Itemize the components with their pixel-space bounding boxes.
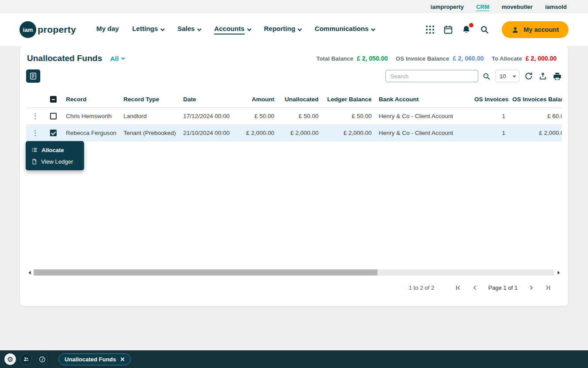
nav-item-reporting[interactable]: Reporting	[264, 25, 302, 34]
print-icon[interactable]	[552, 71, 562, 81]
first-page-icon[interactable]	[455, 284, 462, 291]
to-allocate: To Allocate £ 2, 000.00	[492, 55, 557, 62]
topbar-link-movebutler[interactable]: movebutler	[502, 4, 533, 10]
column-header-ledger-balance[interactable]: Ledger Balance	[322, 96, 375, 103]
nav-item-sales[interactable]: Sales	[177, 25, 201, 34]
contacts-icon[interactable]	[20, 353, 32, 365]
view-ledger-icon	[31, 159, 37, 165]
header-actions: My account	[425, 21, 569, 38]
dashboard-icon[interactable]	[36, 353, 48, 365]
cell-date: 17/12/2024 00:00	[180, 113, 242, 119]
topbar-link-iamsold[interactable]: iamsold	[545, 4, 567, 10]
apps-grid-icon[interactable]	[425, 24, 435, 35]
cell-unallocated: £ 50.00	[278, 113, 322, 119]
row-checkbox-cell	[44, 113, 62, 119]
unallocated-funds-card: Unallocated Funds All Total Balance £ 2,…	[20, 46, 568, 306]
notification-badge	[468, 22, 474, 28]
iamproperty-logo[interactable]: iam property	[19, 21, 76, 38]
search-icon[interactable]	[481, 71, 491, 81]
cell-os-invoices-balance: £ 2,000.00	[509, 130, 562, 136]
refresh-icon[interactable]	[524, 71, 534, 81]
cell-os-invoices: 1	[471, 113, 509, 119]
tab-label: Unallocated Funds	[65, 356, 116, 363]
column-header-unallocated[interactable]: Unallocated	[278, 96, 322, 103]
export-icon[interactable]	[538, 71, 548, 81]
scrollbar-thumb[interactable]	[34, 269, 377, 276]
page-size-select[interactable]: 10	[496, 70, 519, 82]
top-utility-bar: iamproperty CRM movebutler iamsold	[0, 0, 588, 13]
row-menu-icon[interactable]	[32, 128, 38, 138]
calendar-icon[interactable]	[443, 24, 453, 35]
nav-label: My day	[96, 25, 119, 34]
balance-summary: Total Balance £ 2, 050.00 OS Invoice Bal…	[316, 55, 561, 62]
nav-label: Sales	[177, 25, 195, 34]
notifications-icon[interactable]	[461, 24, 472, 35]
next-page-icon[interactable]	[527, 284, 534, 291]
column-header-record-type[interactable]: Record Type	[120, 96, 180, 103]
to-allocate-label: To Allocate	[492, 55, 522, 62]
select-all-checkbox[interactable]	[50, 96, 57, 103]
column-header-bank-account[interactable]: Bank Account	[375, 96, 471, 103]
close-icon[interactable]: ✕	[120, 356, 125, 362]
nav-label: Communications	[315, 25, 369, 34]
context-menu-item-allocate[interactable]: Allocate	[26, 144, 84, 156]
nav-item-lettings[interactable]: Lettings	[132, 25, 164, 34]
row-checkbox[interactable]	[50, 113, 57, 119]
cell-date: 21/10/2024 00:00	[180, 130, 242, 136]
content-area: Unallocated Funds All Total Balance £ 2,…	[0, 46, 588, 306]
table-icon	[29, 72, 37, 80]
scroll-right-icon[interactable]	[555, 269, 562, 276]
nav-label: Accounts	[214, 25, 244, 34]
cell-bank-account: Henry & Co - Client Account	[375, 113, 471, 119]
grid-toolbar: 10	[26, 69, 562, 83]
topbar-link-crm[interactable]: CRM	[476, 4, 489, 10]
account-icon	[511, 26, 519, 34]
scrollbar-track[interactable]	[34, 269, 554, 276]
horizontal-scrollbar	[26, 269, 562, 276]
filter-dropdown[interactable]: All	[110, 55, 124, 62]
column-header-os-invoices-balance[interactable]: OS Invoices Balance	[509, 96, 562, 103]
os-invoice-balance-label: OS Invoice Balance	[396, 55, 450, 62]
nav-label: Reporting	[264, 25, 296, 34]
topbar-link-iamproperty[interactable]: iamproperty	[430, 4, 464, 10]
nav-item-accounts[interactable]: Accounts	[214, 25, 250, 34]
os-invoice-balance-value: £ 2, 060.00	[453, 55, 484, 62]
total-balance-label: Total Balance	[316, 55, 354, 62]
search-input[interactable]	[385, 70, 478, 82]
nav-item-my-day[interactable]: My day	[96, 25, 119, 34]
table-row[interactable]: Chris Hemsworth Landlord 17/12/2024 00:0…	[26, 108, 562, 125]
chevron-down-icon	[161, 27, 165, 31]
last-page-icon[interactable]	[544, 284, 551, 291]
column-header-record[interactable]: Record	[62, 96, 120, 103]
filter-dropdown-label: All	[110, 55, 119, 62]
allocate-icon	[31, 147, 38, 153]
toolbar-right: 10	[385, 70, 562, 82]
cell-record-type: Landlord	[120, 113, 180, 119]
my-account-button[interactable]: My account	[502, 21, 569, 38]
column-header-date[interactable]: Date	[180, 96, 242, 103]
cell-os-invoices-balance: £ 60.00	[509, 113, 562, 119]
row-menu-icon[interactable]	[32, 111, 38, 122]
row-menu-cell	[26, 111, 44, 122]
caret-down-icon	[513, 74, 516, 77]
prev-page-icon[interactable]	[472, 284, 479, 291]
logo-text: property	[38, 24, 76, 35]
scroll-left-icon[interactable]	[26, 269, 33, 276]
cell-ledger-balance: £ 50.00	[322, 113, 375, 119]
search-icon[interactable]	[479, 24, 490, 35]
column-header-os-invoices[interactable]: OS Invoices	[471, 96, 509, 103]
table-view-button[interactable]	[26, 69, 40, 83]
row-checkbox[interactable]	[50, 130, 57, 136]
header-checkbox-cell	[44, 96, 62, 103]
cell-bank-account: Henry & Co - Client Account	[375, 130, 471, 136]
settings-icon[interactable]: ⚙	[4, 353, 16, 365]
total-balance: Total Balance £ 2, 050.00	[316, 55, 388, 62]
page-size-value: 10	[500, 73, 506, 80]
pagination-controls: Page 1 of 1	[455, 284, 552, 291]
nav-item-communications[interactable]: Communications	[315, 25, 375, 34]
table-row[interactable]: Rebecca Ferguson Tenant (Prebooked) 21/1…	[26, 125, 562, 142]
card-header-row: Unallocated Funds All Total Balance £ 2,…	[26, 50, 562, 67]
context-menu-item-view-ledger[interactable]: View Ledger	[26, 156, 84, 167]
open-tab-unallocated-funds[interactable]: Unallocated Funds ✕	[58, 353, 131, 365]
column-header-amount[interactable]: Amount	[242, 96, 278, 103]
